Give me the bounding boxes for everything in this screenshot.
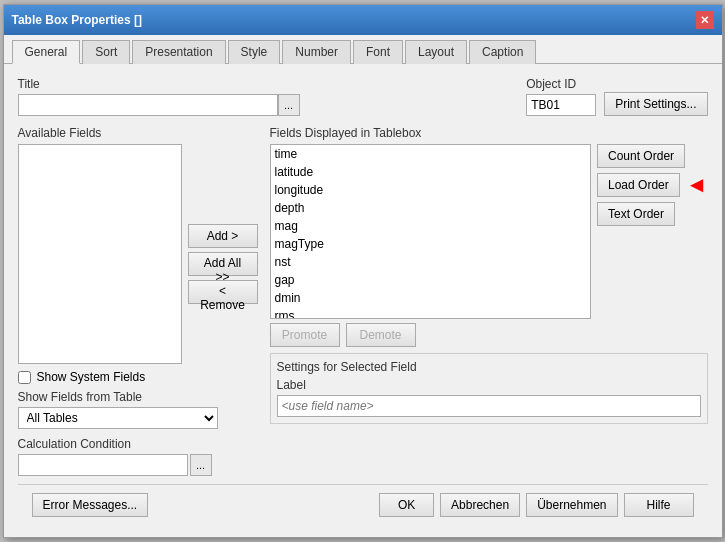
add-remove-buttons: Add > Add All >> < Remove: [188, 144, 258, 364]
tab-presentation[interactable]: Presentation: [132, 40, 225, 64]
right-panel: Fields Displayed in Tablebox time latitu…: [270, 126, 708, 476]
dialog-buttons: OK Abbrechen Übernehmen Hilfe: [379, 493, 693, 517]
objectid-field-group: Object ID TB01: [526, 77, 596, 116]
list-item[interactable]: mag: [271, 217, 591, 235]
tab-content: Title ... Object ID TB01 Print Settings.…: [4, 64, 722, 537]
demote-button[interactable]: Demote: [346, 323, 416, 347]
objectid-input[interactable]: TB01: [526, 94, 596, 116]
load-order-row: Load Order ◄: [597, 172, 707, 198]
tab-caption[interactable]: Caption: [469, 40, 536, 64]
list-item[interactable]: latitude: [271, 163, 591, 181]
red-arrow-indicator: ◄: [686, 172, 708, 198]
fields-displayed-label: Fields Displayed in Tablebox: [270, 126, 708, 140]
calc-condition-row: Calculation Condition ...: [18, 437, 258, 476]
show-system-fields-label: Show System Fields: [37, 370, 146, 384]
show-system-fields-row: Show System Fields: [18, 370, 258, 384]
main-area: Available Fields Add > Add All >> < Remo…: [18, 126, 708, 476]
load-order-button[interactable]: Load Order: [597, 173, 680, 197]
title-browse-button[interactable]: ...: [278, 94, 300, 116]
tab-number[interactable]: Number: [282, 40, 351, 64]
print-settings-button[interactable]: Print Settings...: [604, 92, 707, 116]
left-panel: Available Fields Add > Add All >> < Remo…: [18, 126, 258, 476]
tab-style[interactable]: Style: [228, 40, 281, 64]
settings-for-label: Settings for Selected Field: [277, 360, 701, 374]
help-button[interactable]: Hilfe: [624, 493, 694, 517]
list-item[interactable]: longitude: [271, 181, 591, 199]
title-field-group: Title ...: [18, 77, 517, 116]
show-fields-from-row: Show Fields from Table All Tables: [18, 390, 258, 429]
window-title: Table Box Properties []: [12, 13, 142, 27]
list-item[interactable]: rms: [271, 307, 591, 319]
tab-sort[interactable]: Sort: [82, 40, 130, 64]
left-panel-inner: Add > Add All >> < Remove: [18, 144, 258, 364]
title-bar: Table Box Properties [] ✕: [4, 5, 722, 35]
count-order-button[interactable]: Count Order: [597, 144, 685, 168]
order-buttons-group: Count Order Load Order ◄ Text Order: [597, 144, 707, 319]
add-all-button[interactable]: Add All >>: [188, 252, 258, 276]
fields-displayed-area: time latitude longitude depth mag magTyp…: [270, 144, 708, 319]
objectid-group: Object ID TB01 Print Settings...: [526, 76, 707, 116]
title-input-wrapper: ...: [18, 94, 517, 116]
bottom-bar: Error Messages... OK Abbrechen Übernehme…: [18, 484, 708, 525]
main-window: Table Box Properties [] ✕ General Sort P…: [3, 4, 723, 538]
list-item[interactable]: dmin: [271, 289, 591, 307]
show-fields-from-label: Show Fields from Table: [18, 390, 258, 404]
list-item[interactable]: magType: [271, 235, 591, 253]
title-input[interactable]: [18, 94, 278, 116]
title-objectid-row: Title ... Object ID TB01 Print Settings.…: [18, 76, 708, 116]
title-label: Title: [18, 77, 517, 91]
show-system-fields-checkbox[interactable]: [18, 371, 31, 384]
tab-font[interactable]: Font: [353, 40, 403, 64]
list-item[interactable]: time: [271, 145, 591, 163]
calc-condition-label: Calculation Condition: [18, 437, 258, 451]
tabs-bar: General Sort Presentation Style Number F…: [4, 35, 722, 64]
objectid-label: Object ID: [526, 77, 596, 91]
list-item[interactable]: depth: [271, 199, 591, 217]
available-fields-list[interactable]: [18, 144, 182, 364]
apply-button[interactable]: Übernehmen: [526, 493, 617, 517]
close-button[interactable]: ✕: [696, 11, 714, 29]
error-messages-button[interactable]: Error Messages...: [32, 493, 149, 517]
remove-button[interactable]: < Remove: [188, 280, 258, 304]
calc-browse-button[interactable]: ...: [190, 454, 212, 476]
available-fields-label: Available Fields: [18, 126, 258, 140]
show-fields-from-select[interactable]: All Tables: [18, 407, 218, 429]
list-item[interactable]: nst: [271, 253, 591, 271]
label-input[interactable]: [277, 395, 701, 417]
cancel-button[interactable]: Abbrechen: [440, 493, 520, 517]
fields-displayed-list[interactable]: time latitude longitude depth mag magTyp…: [270, 144, 592, 319]
label-label: Label: [277, 378, 701, 392]
settings-section: Settings for Selected Field Label: [270, 353, 708, 424]
promote-button[interactable]: Promote: [270, 323, 340, 347]
tab-general[interactable]: General: [12, 40, 81, 64]
add-button[interactable]: Add >: [188, 224, 258, 248]
tab-layout[interactable]: Layout: [405, 40, 467, 64]
calc-input-wrapper: ...: [18, 454, 258, 476]
text-order-button[interactable]: Text Order: [597, 202, 675, 226]
list-item[interactable]: gap: [271, 271, 591, 289]
promote-demote-area: Promote Demote: [270, 323, 708, 347]
ok-button[interactable]: OK: [379, 493, 434, 517]
calc-condition-input[interactable]: [18, 454, 188, 476]
